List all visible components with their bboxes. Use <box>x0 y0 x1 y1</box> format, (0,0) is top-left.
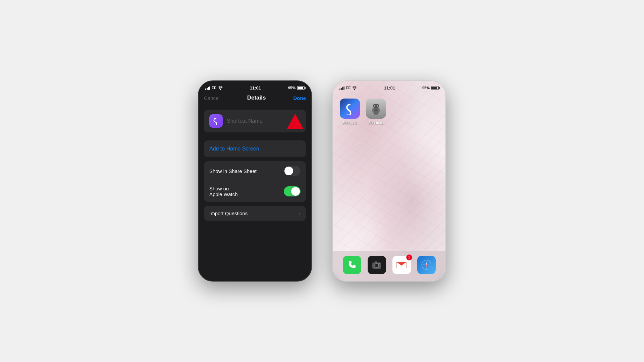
safari-icon <box>421 259 432 270</box>
battery-fill-right <box>432 87 437 89</box>
homescreen-background: EE 11:01 95% <box>333 81 445 281</box>
signal-bar-r3 <box>342 87 343 90</box>
svg-point-11 <box>375 264 378 267</box>
shortcut-name-input[interactable]: Shortcut Name <box>227 118 263 124</box>
dock-safari-icon[interactable] <box>417 256 436 274</box>
svg-point-13 <box>379 263 380 264</box>
svg-rect-12 <box>375 261 377 263</box>
robot-icon <box>369 102 383 115</box>
shortcuts-logo <box>344 103 356 115</box>
status-bar-left: EE 11:01 95% <box>199 81 311 93</box>
app-item-shortcuts1[interactable]: Shortcuts <box>340 99 360 125</box>
signal-bar-r2 <box>341 88 342 90</box>
phone-icon <box>347 260 357 270</box>
done-button[interactable]: Done <box>293 95 306 101</box>
svg-rect-3 <box>378 109 380 112</box>
dock-phone-icon[interactable] <box>343 256 361 274</box>
carrier-info-left: EE <box>205 86 223 90</box>
apple-watch-toggle[interactable] <box>284 186 301 196</box>
apple-watch-label: Show onApple Watch <box>209 186 238 197</box>
battery-fill-left <box>298 87 303 89</box>
nav-title: Details <box>247 95 266 101</box>
battery-pct-right: 95% <box>422 86 430 90</box>
app-item-shortcuts2[interactable]: Shortcuts <box>366 99 386 125</box>
signal-bars-right <box>339 86 344 90</box>
carrier-name-left: EE <box>212 86 217 90</box>
add-to-home-button[interactable]: Add to Home Screen <box>204 140 306 157</box>
svg-point-6 <box>374 105 375 107</box>
battery-info-right: 95% <box>422 86 439 90</box>
chevron-right-icon: › <box>299 211 301 216</box>
shortcuts-icon <box>212 117 220 125</box>
signal-bar-3 <box>208 87 209 90</box>
gmail-icon <box>396 261 407 269</box>
import-label: Import Questions <box>209 210 248 216</box>
cancel-button[interactable]: Cancel <box>204 95 220 101</box>
dock-camera-icon[interactable] <box>368 256 386 274</box>
signal-bar-r4 <box>343 86 344 90</box>
carrier-info-right: EE <box>339 86 357 90</box>
signal-bar-1 <box>205 88 206 90</box>
shortcut-app-icon <box>209 114 223 128</box>
svg-rect-5 <box>376 113 378 115</box>
shortcuts-app-icon-1[interactable] <box>340 99 360 119</box>
signal-bars-left <box>205 86 210 90</box>
nav-bar-left: Cancel Details Done <box>199 93 311 104</box>
content-area: Shortcut Name Add to Home Screen Show in… <box>199 104 311 226</box>
battery-info-left: 95% <box>288 86 305 90</box>
battery-pct-left: 95% <box>288 86 296 90</box>
share-sheet-row[interactable]: Show in Share Sheet <box>204 161 306 181</box>
svg-rect-2 <box>372 109 374 112</box>
shortcuts2-label: Shortcuts <box>368 121 384 125</box>
import-questions-row[interactable]: Import Questions › <box>204 206 306 221</box>
app-grid: Shortcuts <box>333 93 445 130</box>
toggle-knob-share <box>284 167 293 175</box>
battery-icon-left <box>297 86 305 90</box>
time-right: 11:01 <box>384 85 395 90</box>
import-section: Import Questions › <box>204 206 306 221</box>
battery-icon-right <box>431 86 439 90</box>
status-bar-right: EE 11:01 95% <box>333 81 445 93</box>
carrier-name-right: EE <box>346 86 351 90</box>
red-arrow-indicator <box>287 114 303 129</box>
svg-point-7 <box>377 105 378 107</box>
signal-bar-r1 <box>339 88 340 90</box>
gmail-badge: 1 <box>406 254 412 260</box>
share-sheet-label: Show in Share Sheet <box>209 168 257 174</box>
camera-icon <box>372 260 382 269</box>
signal-bar-4 <box>209 86 210 90</box>
toggle-section: Show in Share Sheet Show onApple Watch <box>204 161 306 202</box>
toggle-knob-watch <box>291 187 300 196</box>
dock: 1 <box>333 251 445 281</box>
share-sheet-toggle[interactable] <box>284 166 301 176</box>
time-left: 11:01 <box>250 85 261 90</box>
left-phone: EE 11:01 95% Cancel Details Done <box>198 80 312 282</box>
dock-gmail-icon[interactable]: 1 <box>392 256 411 274</box>
right-phone: EE 11:01 95% <box>332 80 446 282</box>
svg-marker-20 <box>426 264 427 267</box>
svg-rect-4 <box>374 113 376 115</box>
wifi-icon-right <box>352 86 357 90</box>
apple-watch-row[interactable]: Show onApple Watch <box>204 181 306 202</box>
shortcuts1-label: Shortcuts <box>342 121 358 125</box>
wifi-icon-left <box>218 86 223 90</box>
svg-rect-8 <box>374 109 378 111</box>
add-home-label[interactable]: Add to Home Screen <box>209 146 259 152</box>
shortcuts-app-icon-2[interactable] <box>366 99 386 119</box>
signal-bar-2 <box>207 88 208 90</box>
